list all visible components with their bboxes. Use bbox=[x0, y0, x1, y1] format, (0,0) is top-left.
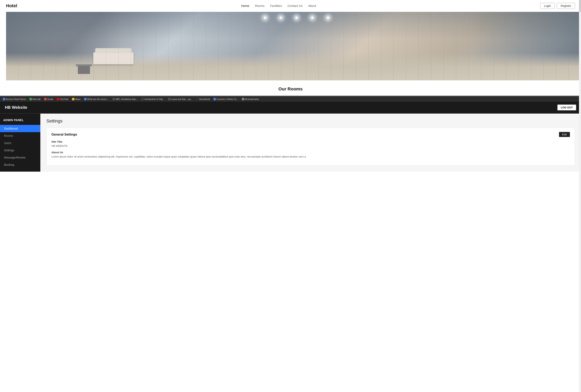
bookmark-label-3: YouTube bbox=[60, 98, 68, 100]
scrollbar-thumb[interactable] bbox=[579, 0, 581, 12]
bookmark-icon-4 bbox=[72, 98, 74, 100]
general-settings-card: General Settings Edit Site Title HB WEBS… bbox=[46, 128, 575, 166]
admin-wrapper: HB Website LOG OUT ADMIN PANEL Dashborad… bbox=[0, 102, 581, 172]
scrollbar-track[interactable] bbox=[579, 0, 581, 172]
admin-site-title: HB Website bbox=[5, 105, 27, 110]
nav-about[interactable]: About bbox=[308, 4, 316, 7]
bookmark-label-8: Loans and Sav... pa... bbox=[171, 98, 192, 100]
ceiling-light-5 bbox=[326, 16, 330, 19]
bookmark-icon-11 bbox=[242, 98, 244, 100]
hotel-navbar: Hotel Home Rooms Facilities Contact Us A… bbox=[0, 0, 581, 12]
bookmark-icon-3 bbox=[57, 98, 59, 100]
bookmark-item-9[interactable]: Homefundi bbox=[195, 97, 211, 101]
register-button[interactable]: Register bbox=[557, 3, 575, 9]
bookmark-icon-5 bbox=[84, 98, 86, 100]
general-settings-title: General Settings bbox=[52, 133, 77, 136]
site-title-label: Site Title bbox=[52, 140, 570, 143]
admin-panel-label: ADMIN PANEL bbox=[0, 117, 40, 125]
hotel-brand: Hotel bbox=[6, 3, 17, 8]
sidebar-item-users[interactable]: Users bbox=[0, 139, 40, 147]
bookmark-item-11[interactable]: All bookmarks bbox=[241, 97, 260, 101]
bookmark-item-8[interactable]: Loans and Sav... pa... bbox=[167, 97, 194, 101]
bookmark-item-3[interactable]: YouTube bbox=[56, 97, 70, 101]
page-title: Settings bbox=[46, 118, 575, 124]
admin-sidebar: ADMIN PANEL Dashborad Rooms Users Settin… bbox=[0, 114, 40, 172]
hero-lights bbox=[263, 16, 330, 19]
bookmark-item-2[interactable]: Gmail bbox=[43, 97, 54, 101]
bookmarks-bar: Access Panel HomeNew tabGmailYouTubeMaps… bbox=[0, 96, 581, 102]
about-us-field: About Us Lorem ipsum dolor sit amet cons… bbox=[52, 151, 570, 159]
bookmark-item-0[interactable]: Access Panel Home bbox=[2, 97, 27, 101]
sidebar-item-message-review[interactable]: Message/Review bbox=[0, 154, 40, 161]
sidebar-item-booking[interactable]: Booking bbox=[0, 161, 40, 168]
sidebar-item-dashboard[interactable]: Dashborad bbox=[0, 125, 40, 132]
bookmark-icon-6 bbox=[112, 98, 115, 100]
site-title-value: HB WEBSITE bbox=[52, 144, 570, 148]
bookmark-item-1[interactable]: New tab bbox=[28, 97, 42, 101]
hotel-nav-buttons: Login Register bbox=[540, 3, 575, 9]
bookmark-item-7[interactable]: Introduction to Dat... bbox=[140, 97, 166, 101]
bookmark-label-10: Courses | Online Co... bbox=[216, 98, 238, 100]
hotel-nav-links: Home Rooms Facilities Contact Us About bbox=[241, 4, 316, 8]
nav-facilities[interactable]: Facilities bbox=[270, 4, 282, 7]
bookmark-label-4: Maps bbox=[75, 98, 80, 100]
nav-rooms[interactable]: Rooms bbox=[255, 4, 265, 7]
our-rooms-title: Our Rooms bbox=[0, 80, 581, 96]
bookmark-icon-0 bbox=[3, 98, 5, 100]
hero-sofa bbox=[93, 52, 134, 64]
settings-card-header: General Settings Edit bbox=[52, 132, 570, 137]
bookmark-item-6[interactable]: ABC | Academic ban... bbox=[111, 97, 139, 101]
bookmark-icon-8 bbox=[168, 98, 170, 100]
hero-floor bbox=[6, 53, 581, 80]
hotel-website: Hotel Home Rooms Facilities Contact Us A… bbox=[0, 0, 581, 96]
admin-body: ADMIN PANEL Dashborad Rooms Users Settin… bbox=[0, 114, 581, 172]
hero-table bbox=[76, 64, 92, 66]
bookmark-label-11: All bookmarks bbox=[245, 98, 259, 100]
bookmark-label-2: Gmail bbox=[47, 98, 53, 100]
bookmark-label-0: Access Panel Home bbox=[6, 98, 26, 100]
ceiling-light-4 bbox=[310, 16, 314, 19]
bookmark-label-5: What are the most c... bbox=[87, 98, 109, 100]
logout-button[interactable]: LOG OUT bbox=[558, 105, 576, 110]
bookmark-icon-9 bbox=[196, 98, 198, 100]
ceiling-light-3 bbox=[295, 16, 298, 19]
login-button[interactable]: Login bbox=[540, 3, 555, 9]
sidebar-item-rooms[interactable]: Rooms bbox=[0, 132, 40, 139]
about-us-label: About Us bbox=[52, 151, 570, 154]
bookmark-item-10[interactable]: Courses | Online Co... bbox=[212, 97, 240, 101]
sidebar-item-settings[interactable]: Settings bbox=[0, 147, 40, 154]
bookmark-label-7: Introduction to Dat... bbox=[144, 98, 164, 100]
bookmark-icon-7 bbox=[142, 98, 144, 100]
bookmark-label-1: New tab bbox=[32, 98, 40, 100]
bookmark-item-5[interactable]: What are the most c... bbox=[83, 97, 110, 101]
admin-main: Settings General Settings Edit Site Titl… bbox=[40, 114, 581, 172]
edit-button[interactable]: Edit bbox=[559, 132, 570, 137]
nav-contact-us[interactable]: Contact Us bbox=[288, 4, 302, 7]
bookmark-label-6: ABC | Academic ban... bbox=[116, 98, 138, 100]
site-title-field: Site Title HB WEBSITE bbox=[52, 140, 570, 148]
bookmark-icon-1 bbox=[30, 98, 32, 100]
bookmark-label-9: Homefundi bbox=[199, 98, 210, 100]
ceiling-light-2 bbox=[279, 16, 283, 19]
bookmark-icon-2 bbox=[44, 98, 46, 100]
hotel-hero-image bbox=[6, 12, 581, 80]
nav-home[interactable]: Home bbox=[241, 4, 249, 7]
ceiling-light-1 bbox=[263, 16, 267, 19]
bookmark-item-4[interactable]: Maps bbox=[71, 97, 82, 101]
bookmark-icon-10 bbox=[214, 98, 216, 100]
admin-header: HB Website LOG OUT bbox=[0, 102, 581, 114]
about-us-value: Lorem ipsum dolor sit amet consectetur a… bbox=[52, 155, 570, 159]
